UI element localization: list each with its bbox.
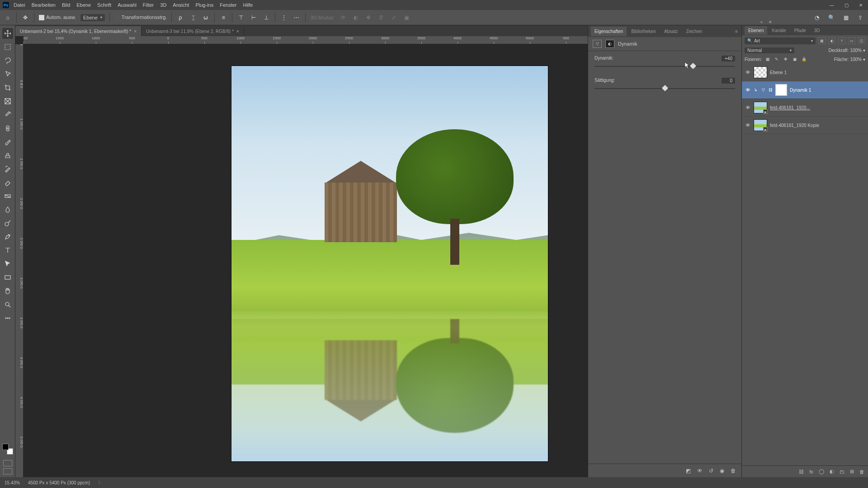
saturation-value[interactable]: 0 bbox=[722, 78, 735, 84]
more-align-icon[interactable]: ⋯ bbox=[292, 14, 301, 22]
layer-mask-thumbnail[interactable] bbox=[775, 84, 787, 96]
tab-libraries[interactable]: Bibliotheken bbox=[627, 27, 659, 36]
arrange-docs-icon[interactable]: ▦ bbox=[842, 14, 850, 22]
document-tab[interactable]: Unbenannt-2 bei 15,4% (Dynamik 1, Ebenen… bbox=[15, 26, 142, 36]
chevron-down-icon[interactable]: ▾ bbox=[863, 57, 865, 62]
quickmask-toggle[interactable] bbox=[3, 460, 12, 466]
link-layers-icon[interactable]: ⛓ bbox=[799, 469, 804, 474]
menu-item[interactable]: Ebene bbox=[76, 2, 91, 8]
lock-transparent-icon[interactable]: ▦ bbox=[764, 56, 771, 62]
eraser-tool[interactable] bbox=[2, 177, 13, 188]
menu-item[interactable]: Schrift bbox=[97, 2, 111, 8]
layer-row[interactable]: 👁 ↳ ▽ ⛓ Dynamik 1 bbox=[742, 81, 868, 99]
minimize-button[interactable]: — bbox=[825, 0, 839, 10]
new-layer-icon[interactable]: ⊞ bbox=[850, 469, 854, 474]
filter-shape-icon[interactable]: ▭ bbox=[848, 37, 855, 44]
menu-item[interactable]: Hilfe bbox=[243, 2, 253, 8]
align-right-icon[interactable]: ⍵ bbox=[202, 14, 210, 22]
auto-select-target-dropdown[interactable]: Ebene bbox=[80, 14, 105, 21]
eyedropper-tool[interactable] bbox=[2, 109, 13, 120]
panel-menu-icon[interactable]: ≡ bbox=[731, 27, 741, 36]
tab-3d[interactable]: 3D bbox=[811, 26, 824, 35]
lock-all-icon[interactable]: 🔒 bbox=[801, 56, 807, 62]
saturation-slider[interactable] bbox=[594, 85, 735, 92]
quick-select-tool[interactable] bbox=[2, 69, 13, 80]
tab-character[interactable]: Zeichen bbox=[682, 27, 706, 36]
tab-paragraph[interactable]: Absatz bbox=[660, 27, 682, 36]
panel-close-icon[interactable]: ✕ bbox=[769, 20, 774, 25]
frame-tool[interactable] bbox=[2, 96, 13, 107]
layer-thumbnail[interactable]: ▣ bbox=[754, 119, 767, 131]
brush-tool[interactable] bbox=[2, 136, 13, 147]
layer-style-icon[interactable]: fx bbox=[809, 469, 813, 474]
layer-row[interactable]: 👁 ▣ feld-406181_1920... bbox=[742, 99, 868, 117]
home-icon[interactable]: ⌂ bbox=[4, 14, 12, 22]
document-tab[interactable]: Unbenannt-3 bei 11,9% (Ebene 2, RGB/8) *… bbox=[142, 26, 244, 36]
move-tool-icon[interactable]: ✥ bbox=[21, 14, 29, 22]
add-mask-icon[interactable]: ◯ bbox=[819, 469, 824, 474]
lasso-tool[interactable] bbox=[2, 55, 13, 66]
filter-smart-icon[interactable]: ◫ bbox=[858, 37, 865, 44]
search-icon[interactable]: 🔍 bbox=[827, 14, 835, 22]
zoom-tool[interactable] bbox=[2, 299, 13, 310]
close-button[interactable]: ✕ bbox=[854, 0, 868, 10]
close-tab-icon[interactable]: × bbox=[236, 29, 239, 34]
edit-toolbar-icon[interactable] bbox=[2, 313, 13, 324]
tab-paths[interactable]: Pfade bbox=[791, 26, 810, 35]
menu-item[interactable]: Datei bbox=[14, 2, 25, 8]
align-left-icon[interactable]: ⍴ bbox=[176, 14, 184, 22]
toggle-visibility-icon[interactable]: ◉ bbox=[720, 468, 724, 474]
menu-item[interactable]: Auswahl bbox=[118, 2, 137, 8]
menu-item[interactable]: Plug-ins bbox=[195, 2, 213, 8]
menu-item[interactable]: Fenster bbox=[220, 2, 236, 8]
link-icon[interactable]: ⛓ bbox=[768, 88, 773, 92]
screenmode-toggle[interactable] bbox=[3, 468, 12, 474]
visibility-toggle-icon[interactable]: 👁 bbox=[745, 87, 751, 93]
clip-to-layer-icon[interactable]: ◩ bbox=[686, 468, 691, 474]
maximize-button[interactable]: ▢ bbox=[839, 0, 854, 10]
move-tool[interactable] bbox=[2, 28, 13, 39]
delete-layer-icon[interactable]: 🗑 bbox=[859, 469, 864, 474]
tab-layers[interactable]: Ebenen bbox=[745, 26, 767, 35]
color-swatches[interactable] bbox=[2, 444, 13, 455]
vibrance-slider[interactable] bbox=[594, 63, 735, 70]
layer-thumbnail[interactable] bbox=[754, 66, 767, 78]
path-select-tool[interactable] bbox=[2, 258, 13, 269]
cloud-docs-icon[interactable]: ◔ bbox=[813, 14, 821, 22]
gradient-tool[interactable] bbox=[2, 191, 13, 202]
delete-adjustment-icon[interactable]: 🗑 bbox=[731, 468, 736, 474]
healing-brush-tool[interactable] bbox=[2, 123, 13, 134]
reset-icon[interactable]: ↺ bbox=[709, 468, 713, 474]
panel-collapse-icon[interactable]: « bbox=[760, 20, 766, 25]
opacity-value[interactable]: 100% bbox=[850, 48, 862, 53]
history-brush-tool[interactable] bbox=[2, 164, 13, 174]
crop-tool[interactable] bbox=[2, 82, 13, 93]
new-group-icon[interactable]: 🗀 bbox=[840, 469, 844, 474]
blend-mode-dropdown[interactable]: Normal bbox=[745, 47, 794, 53]
distribute-v-icon[interactable]: ⋮ bbox=[280, 14, 288, 22]
filter-pixel-icon[interactable]: ▦ bbox=[818, 37, 826, 44]
rectangle-tool[interactable] bbox=[2, 272, 13, 283]
ruler-horizontal[interactable]: 2000150010005000500100015002000250030003… bbox=[24, 36, 588, 44]
tab-properties[interactable]: Eigenschaften bbox=[591, 27, 627, 36]
blur-tool[interactable] bbox=[2, 204, 13, 215]
lock-artboard-icon[interactable]: ▣ bbox=[792, 56, 798, 62]
ruler-vertical[interactable]: 05 0 01 0 0 01 5 0 02 0 0 02 5 0 03 0 0 … bbox=[15, 44, 24, 477]
auto-select-checkbox[interactable]: Autom. ausw. bbox=[39, 14, 76, 20]
align-top-icon[interactable]: ⊤ bbox=[237, 14, 245, 22]
clone-stamp-tool[interactable] bbox=[2, 150, 13, 161]
new-adjustment-icon[interactable]: ◐ bbox=[830, 469, 834, 474]
hand-tool[interactable] bbox=[2, 286, 13, 296]
view-previous-icon[interactable]: 👁 bbox=[697, 468, 703, 474]
canvas[interactable] bbox=[24, 44, 588, 477]
layer-filter-dropdown[interactable]: Art bbox=[745, 38, 816, 44]
share-icon[interactable]: ⇪ bbox=[856, 14, 864, 22]
align-center-v-icon[interactable]: ⊢ bbox=[250, 14, 258, 22]
chevron-down-icon[interactable]: ▾ bbox=[863, 48, 865, 53]
zoom-level[interactable]: 15.43% bbox=[5, 480, 20, 485]
type-tool[interactable] bbox=[2, 245, 13, 256]
layer-row[interactable]: 👁 ▣ feld-406181_1920 Kopie bbox=[742, 117, 868, 134]
menu-item[interactable]: Filter bbox=[143, 2, 154, 8]
fill-value[interactable]: 100% bbox=[850, 57, 862, 62]
status-menu-icon[interactable]: 〉 bbox=[98, 480, 102, 486]
